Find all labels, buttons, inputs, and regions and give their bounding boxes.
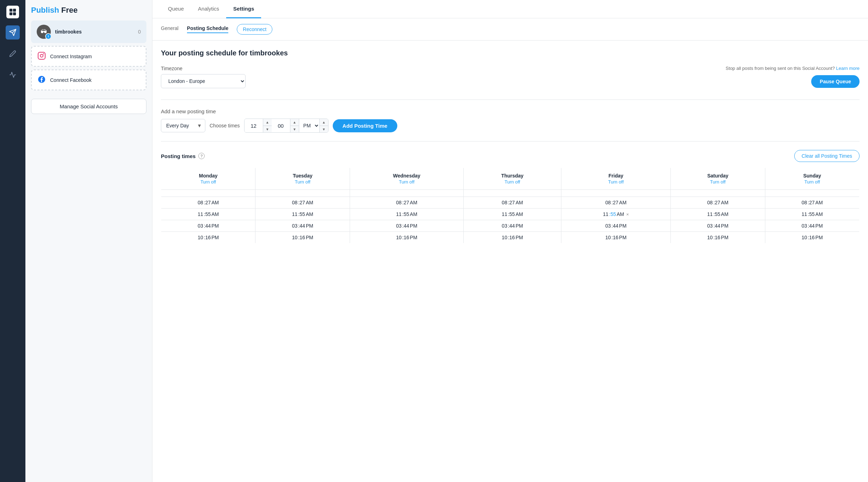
tab-queue[interactable]: Queue [161,0,191,18]
app-logo[interactable] [6,6,19,18]
minute-input[interactable] [272,119,290,132]
sunday-turn-off-link[interactable]: Turn off [770,179,855,185]
ampm-up-button[interactable]: ▲ [320,119,328,126]
saturday-turn-off-link[interactable]: Turn off [675,179,760,185]
table-cell: 11:55 AM [161,209,255,220]
time-minute: :55 [713,211,720,217]
timezone-select[interactable]: London - Europe [161,74,246,88]
publish-nav-icon[interactable] [6,25,20,40]
schedule-heading: Your posting schedule for timbrookes [161,49,860,57]
day-select[interactable]: Every Day Monday Tuesday Wednesday Thurs… [161,119,205,132]
sub-tab-general[interactable]: General [161,25,179,33]
time-cell: 10:16 PM [165,235,251,240]
connect-facebook-item[interactable]: Connect Facebook [31,70,146,90]
thursday-turn-off-link[interactable]: Turn off [468,179,557,185]
svg-rect-2 [10,12,12,15]
time-ampm: AM [211,200,219,205]
time-cell: 03:44 PM [165,223,251,229]
analytics-nav-icon[interactable] [6,68,20,82]
col-saturday: Saturday Turn off [671,168,765,190]
table-empty-row [161,190,860,197]
monday-turn-off-link[interactable]: Turn off [165,179,251,185]
time-minute: :44 [402,223,409,229]
sub-tab-posting-schedule[interactable]: Posting Schedule [187,25,228,33]
help-icon[interactable]: ? [198,153,205,159]
ampm-select[interactable]: AM PM [299,119,319,132]
time-ampm: AM [619,200,627,205]
timezone-label: Timezone [161,66,246,71]
time-hour: 10 [802,235,807,240]
connect-instagram-item[interactable]: Connect Instagram [31,46,146,67]
time-ampm: PM [516,223,523,229]
add-posting-time-button[interactable]: Add Posting Time [333,119,397,132]
pause-queue-button[interactable]: Pause Queue [811,75,860,88]
time-hour: 08 [802,200,807,205]
tab-settings[interactable]: Settings [226,0,261,18]
tab-analytics[interactable]: Analytics [191,0,226,18]
table-cell: 03:44 PM [765,220,859,232]
title-free: Free [59,6,78,14]
time-minute: :27 [204,200,211,205]
ampm-down-button[interactable]: ▼ [320,126,328,132]
tuesday-turn-off-link[interactable]: Turn off [260,179,345,185]
table-cell: 10:16 PM [671,232,765,243]
manage-social-accounts-button[interactable]: Manage Social Accounts [31,99,146,114]
posting-times-header: Posting times ? Clear all Posting Times [161,150,860,162]
top-tabs: Queue Analytics Settings [152,0,868,18]
time-hour: 11 [198,211,203,217]
delete-time-button[interactable]: × [626,212,629,217]
time-hour: 10 [707,235,713,240]
table-cell: 08:27 AM [671,197,765,209]
time-minute: :27 [298,200,305,205]
clear-all-posting-times-button[interactable]: Clear all Posting Times [794,150,860,162]
hour-down-button[interactable]: ▼ [263,126,272,132]
sidebar: Publish Free 🕶 t timbrookes 0 Connect In… [25,0,152,482]
time-hour: 11 [802,211,807,217]
time-hour: 08 [605,200,611,205]
friday-turn-off-link[interactable]: Turn off [566,179,666,185]
time-hour: 08 [502,200,507,205]
time-minute: :16 [808,235,814,240]
edit-nav-icon[interactable] [6,47,20,61]
table-cell [161,190,255,197]
time-ampm: AM [306,211,313,217]
time-cell: 08:27 AM [165,200,251,205]
account-count: 0 [138,29,141,35]
time-ampm: AM [617,211,624,217]
time-hour: 03 [292,223,298,229]
time-minute: :27 [508,200,515,205]
wednesday-turn-off-link[interactable]: Turn off [354,179,459,185]
time-minute: :44 [611,223,618,229]
reconnect-button[interactable]: Reconnect [237,24,272,35]
time-ampm: AM [516,211,523,217]
time-hour: 08 [198,200,203,205]
col-thursday: Thursday Turn off [464,168,561,190]
divider-1 [161,100,860,100]
svg-rect-4 [38,52,45,59]
hour-input[interactable] [245,119,263,132]
instagram-icon [37,52,46,61]
minute-up-button[interactable]: ▲ [290,119,299,126]
learn-more-link[interactable]: Learn more [836,66,860,71]
table-cell: 11:55 AM [255,209,350,220]
time-hour: 03 [707,223,713,229]
day-select-wrap: Every Day Monday Tuesday Wednesday Thurs… [161,119,205,132]
time-cell: 10:16 PM [770,235,855,240]
time-cell: 11:55 AM [260,211,345,217]
time-minute: :44 [298,223,305,229]
time-cell: 03:44 PM [675,223,760,229]
avatar-wrap: 🕶 t [37,25,51,39]
table-cell: 10:16 PM [350,232,463,243]
minute-down-button[interactable]: ▼ [290,126,299,132]
table-cell: 03:44 PM [464,220,561,232]
table-cell: 10:16 PM [464,232,561,243]
hour-up-button[interactable]: ▲ [263,119,272,126]
time-hour: 08 [292,200,298,205]
time-ampm: PM [619,235,627,240]
table-cell: 03:44 PM [161,220,255,232]
time-minute: :55 [402,211,409,217]
time-cell: 11:55 AM [675,211,760,217]
account-item-timbrookes[interactable]: 🕶 t timbrookes 0 [31,20,146,43]
table-cell: 08:27 AM [255,197,350,209]
time-minute: :55 [508,211,515,217]
